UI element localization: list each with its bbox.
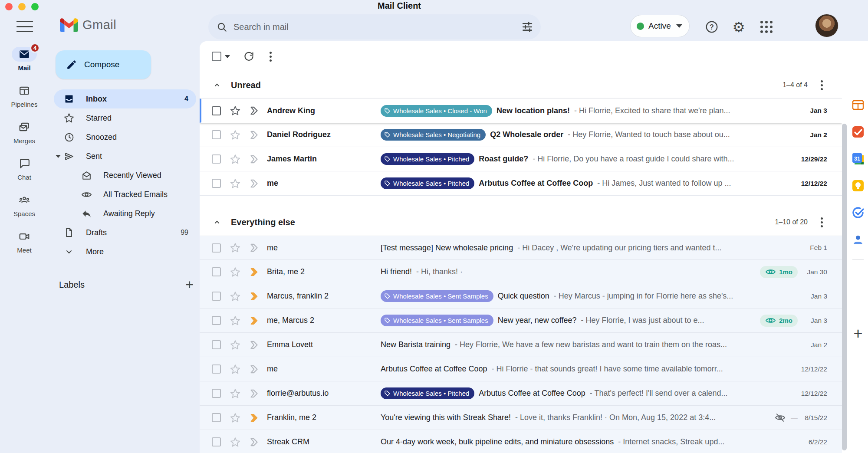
- pipeline-stage-badge[interactable]: Wholesale Sales • Sent Samples: [381, 290, 493, 302]
- email-checkbox[interactable]: [212, 292, 221, 301]
- google-apps-button[interactable]: [759, 19, 774, 35]
- email-row[interactable]: Daniel RodriguezWholesale Sales • Negoti…: [200, 123, 842, 147]
- streak-mail-icon[interactable]: [851, 125, 865, 139]
- star-icon[interactable]: [230, 339, 241, 351]
- streak-box-icon[interactable]: [248, 437, 260, 448]
- pipeline-stage-badge[interactable]: Wholesale Sales • Pitched: [381, 387, 474, 399]
- star-icon[interactable]: [230, 129, 241, 141]
- read-receipt-badge[interactable]: 1mo: [760, 266, 798, 278]
- star-icon[interactable]: [230, 242, 241, 253]
- email-checkbox[interactable]: [212, 389, 221, 398]
- star-icon[interactable]: [230, 388, 241, 399]
- email-row[interactable]: Andrew KingWholesale Sales • Closed - Wo…: [200, 98, 842, 123]
- email-row[interactable]: Emma LovettNew Barista training- Hey Flo…: [200, 333, 842, 357]
- nav-item-sent[interactable]: Sent: [54, 147, 196, 166]
- streak-box-icon[interactable]: [248, 291, 260, 302]
- nav-item-more[interactable]: More: [54, 242, 196, 261]
- get-addons-button[interactable]: +: [853, 326, 862, 341]
- nav-item-recently-viewed[interactable]: Recently Viewed: [54, 166, 196, 185]
- refresh-icon[interactable]: [243, 51, 255, 62]
- email-checkbox[interactable]: [212, 413, 221, 422]
- nav-item-starred[interactable]: Starred: [54, 108, 196, 128]
- streak-box-icon[interactable]: [248, 315, 260, 326]
- streak-box-icon[interactable]: [248, 388, 260, 399]
- star-icon[interactable]: [230, 105, 241, 116]
- streak-box-icon[interactable]: [248, 178, 260, 189]
- tasks-icon[interactable]: [851, 206, 865, 220]
- email-checkbox[interactable]: [212, 267, 221, 276]
- email-checkbox[interactable]: [212, 106, 221, 115]
- streak-box-icon[interactable]: [248, 129, 260, 141]
- contacts-icon[interactable]: [851, 233, 865, 246]
- email-row[interactable]: Brita, me 2Hi friend!- Hi, thanks! ·1moJ…: [200, 260, 842, 284]
- rail-item-mail[interactable]: 4Mail: [0, 44, 49, 81]
- section-options-icon[interactable]: [821, 80, 823, 90]
- pipeline-stage-badge[interactable]: Wholesale Sales • Negotiating: [381, 129, 486, 141]
- rail-item-pipelines[interactable]: Pipelines: [0, 81, 49, 117]
- nav-item-all-tracked-emails[interactable]: All Tracked Emails: [54, 185, 196, 204]
- more-options-icon[interactable]: [270, 52, 272, 62]
- email-checkbox[interactable]: [212, 316, 221, 325]
- nav-item-awaiting-reply[interactable]: Awaiting Reply: [54, 204, 196, 223]
- read-receipt-badge[interactable]: 2mo: [760, 315, 798, 327]
- rail-item-merges[interactable]: Merges: [0, 117, 49, 154]
- collapse-triangle-icon[interactable]: [56, 155, 61, 158]
- main-menu-icon[interactable]: [16, 21, 33, 32]
- pipeline-stage-badge[interactable]: Wholesale Sales • Sent Samples: [381, 315, 493, 326]
- email-row[interactable]: meWholesale Sales • PitchedArbutus Coffe…: [200, 171, 842, 196]
- streak-box-icon[interactable]: [248, 105, 260, 116]
- email-checkbox[interactable]: [212, 364, 221, 374]
- calendar-icon[interactable]: 31: [851, 152, 865, 166]
- star-icon[interactable]: [230, 291, 241, 302]
- minimize-window-button[interactable]: [18, 3, 26, 10]
- select-all-checkbox[interactable]: [212, 52, 221, 61]
- email-row[interactable]: me[Test message] New wholesale pricing- …: [200, 236, 842, 260]
- pipeline-stage-badge[interactable]: Wholesale Sales • Closed - Won: [381, 105, 492, 117]
- streak-box-icon[interactable]: [248, 412, 260, 423]
- rail-item-chat[interactable]: Chat: [0, 154, 49, 190]
- star-icon[interactable]: [230, 315, 241, 326]
- email-checkbox[interactable]: [212, 179, 221, 188]
- star-icon[interactable]: [230, 154, 241, 165]
- select-dropdown-icon[interactable]: [225, 55, 230, 58]
- add-label-button[interactable]: +: [185, 278, 194, 292]
- help-button[interactable]: ?: [704, 19, 720, 35]
- email-row[interactable]: James MartinWholesale Sales • PitchedRoa…: [200, 147, 842, 171]
- status-dropdown[interactable]: Active: [630, 15, 690, 37]
- email-row[interactable]: Streak CRMOur 4-day work week, bulk pipe…: [200, 430, 842, 453]
- email-row[interactable]: florrie@arbutus.ioWholesale Sales • Pitc…: [200, 381, 842, 406]
- nav-item-snoozed[interactable]: Snoozed: [54, 128, 196, 147]
- streak-box-icon[interactable]: [248, 154, 260, 165]
- star-icon[interactable]: [230, 437, 241, 448]
- email-row[interactable]: me, Marcus 2Wholesale Sales • Sent Sampl…: [200, 309, 842, 333]
- account-avatar[interactable]: [815, 14, 838, 37]
- star-icon[interactable]: [230, 412, 241, 423]
- star-icon[interactable]: [230, 266, 241, 278]
- search-input[interactable]: [233, 22, 522, 32]
- zoom-window-button[interactable]: [31, 3, 39, 10]
- email-row[interactable]: Franklin, me 2You're viewing this with S…: [200, 406, 842, 430]
- collapse-section-icon[interactable]: [213, 81, 221, 89]
- streak-pipelines-icon[interactable]: [851, 98, 865, 112]
- collapse-section-icon[interactable]: [213, 218, 221, 226]
- email-row[interactable]: meArbutus Coffee at Coffee Coop- Hi Flor…: [200, 357, 842, 381]
- email-row[interactable]: Marcus, franklin 2Wholesale Sales • Sent…: [200, 284, 842, 309]
- email-checkbox[interactable]: [212, 437, 221, 446]
- streak-box-icon[interactable]: [248, 364, 260, 375]
- list-scrollbar[interactable]: [842, 124, 847, 450]
- email-checkbox[interactable]: [212, 243, 221, 253]
- search-bar[interactable]: [208, 14, 541, 39]
- email-checkbox[interactable]: [212, 340, 221, 349]
- nav-item-inbox[interactable]: Inbox4: [54, 89, 196, 108]
- search-icon[interactable]: [216, 21, 227, 33]
- pipeline-stage-badge[interactable]: Wholesale Sales • Pitched: [381, 177, 474, 189]
- compose-button[interactable]: Compose: [56, 50, 151, 79]
- close-window-button[interactable]: [5, 3, 13, 10]
- streak-box-icon[interactable]: [248, 242, 260, 253]
- star-icon[interactable]: [230, 364, 241, 375]
- email-checkbox[interactable]: [212, 130, 221, 139]
- star-icon[interactable]: [230, 178, 241, 189]
- pipeline-stage-badge[interactable]: Wholesale Sales • Pitched: [381, 153, 474, 165]
- nav-item-drafts[interactable]: Drafts99: [54, 223, 196, 242]
- rail-item-spaces[interactable]: Spaces: [0, 190, 49, 226]
